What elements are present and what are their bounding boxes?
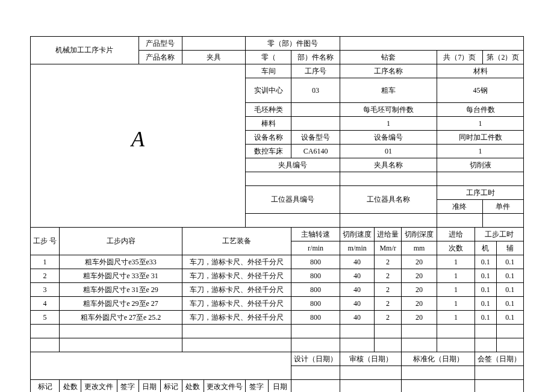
sign-label: 签字 [117,380,138,393]
col-spindle-unit: r/min [291,241,340,255]
step-a: 0.1 [496,255,523,269]
unit-label: 单件 [482,200,523,214]
process-card: 机械加工工序卡片 产品型号 零（部）件图号 产品名称 夹具 零（ 部）件名称 钻… [30,36,524,392]
col-cutspeed: 切削速度 [340,228,375,241]
design-val [291,366,340,380]
fixture-no [245,172,340,186]
total-pages: 共（7）页 [437,51,483,64]
step-no: 1 [31,255,60,269]
diagram-area: A [31,64,246,214]
product-name-label: 产品名称 [138,51,182,64]
table-row: 2 粗车外圆尺寸e 33至e 31 车刀，游标卡尺、外径千分尺 800 40 2… [31,269,524,283]
table-row: 3 粗车外圆尺寸e 31至e 29 车刀，游标卡尺、外径千分尺 800 40 2… [31,283,524,297]
part-drawing-no-label: 零（部）件图号 [245,37,340,51]
date2-label: 日期 [269,380,291,393]
step-tooling: 车刀，游标卡尺、外径千分尺 [182,255,291,269]
col-depth-unit: mm [402,241,437,255]
blank-type-blank2 [291,117,340,131]
col-step-no: 工步 号 [31,228,60,255]
product-model [182,37,245,51]
part-drawing-no [340,37,524,51]
col-cutspeed-unit: m/min [340,241,375,255]
blank-parts-label: 每毛坯可制件数 [340,103,437,117]
fixture-name-label: 夹具名称 [340,158,437,172]
part-name-left: 零（ [245,51,291,64]
cosign-val [475,366,524,380]
step-content: 粗车外圆尺寸e35至e33 [60,255,182,269]
col-depth: 切削深度 [402,228,437,241]
equip-name: 数控车床 [245,145,291,158]
fixture: 夹具 [182,51,245,64]
col-tooling: 工艺装备 [182,228,291,255]
process-no-label: 工序号 [291,64,340,78]
tool-no [245,214,340,228]
fixture-name [340,172,437,186]
changedoc2-label: 更改文件号 [204,380,245,393]
step-depth: 20 [402,255,437,269]
date-label: 日期 [138,380,160,393]
unit [482,214,523,228]
step-speed: 800 [291,255,340,269]
prep-label: 准终 [437,200,483,214]
simultaneous-label: 同时加工件数 [437,131,524,145]
diagram-area-bottom [31,214,246,228]
simultaneous: 1 [437,145,524,158]
col-spindle: 主轴转速 [291,228,340,241]
equip-no-label: 设备编号 [340,131,437,145]
col-content: 工步内容 [60,228,182,255]
cosign-label: 会签（日期） [475,352,524,366]
workshop: 实训中心 [245,78,291,103]
fixture-no-label: 夹具编号 [245,158,340,172]
audit-label: 审核（日期） [340,352,402,366]
col-steptime: 工步工时 [475,228,524,241]
workshop-label: 车间 [245,64,291,78]
standard-val [402,366,475,380]
equip-model: CA6140 [291,145,340,158]
changedoc-label: 更改文件 [81,380,117,393]
material: 45钢 [437,78,524,103]
current-page: 第（2）页 [482,51,523,64]
step-pass: 1 [437,255,475,269]
step-cut: 40 [340,255,375,269]
equip-model-label: 设备型号 [291,131,340,145]
blank-parts: 1 [340,117,437,131]
col-machine: 机 [475,241,497,255]
blank-type: 棒料 [245,117,291,131]
footer-blank [31,352,291,380]
tool-no-label: 工位器具编号 [245,186,340,214]
coolant [437,172,524,186]
step-feed: 2 [375,255,402,269]
table-row: 1 粗车外圆尺寸e35至e33 车刀，游标卡尺、外径千分尺 800 40 2 2… [31,255,524,269]
process-name: 粗车 [340,78,437,103]
equip-name-label: 设备名称 [245,131,291,145]
italic-a: A [131,127,145,151]
blank-type-label: 毛坯种类 [245,103,291,117]
process-time-label: 工序工时 [437,186,524,200]
standard-label: 标准化（日期） [402,352,475,366]
drill-sleeve: 钻套 [340,51,437,64]
prep [437,214,483,228]
process-no: 03 [291,78,340,103]
blank-type-blank [291,103,340,117]
equip-no: 01 [340,145,437,158]
parts-per-unit: 1 [437,117,524,131]
sign2-label: 签字 [245,380,268,393]
table-row: 4 粗车外圆尺寸e 29至e 27 车刀，游标卡尺、外径千分尺 800 40 2… [31,297,524,311]
places2-label: 处数 [182,380,204,393]
col-aux: 辅 [496,241,523,255]
step-m: 0.1 [475,255,497,269]
product-model-label: 产品型号 [138,37,182,51]
col-feed-unit: Mm/r [375,241,402,255]
col-passes: 进给 [437,228,475,241]
table-row: 5 粗车外圆尺寸e 27至e 25.2 车刀，游标卡尺、外径千分尺 800 40… [31,311,524,325]
tool-name [340,214,437,228]
process-name-label: 工序名称 [340,64,437,78]
tool-name-label: 工位器具名称 [340,186,437,214]
col-passes-unit: 次数 [437,241,475,255]
part-name-right: 部）件名称 [291,51,340,64]
parts-per-unit-label: 每台件数 [437,103,524,117]
places-label: 处数 [60,380,81,393]
material-label: 材料 [437,64,524,78]
coolant-label: 切削液 [437,158,524,172]
mark-label: 标记 [31,380,60,393]
